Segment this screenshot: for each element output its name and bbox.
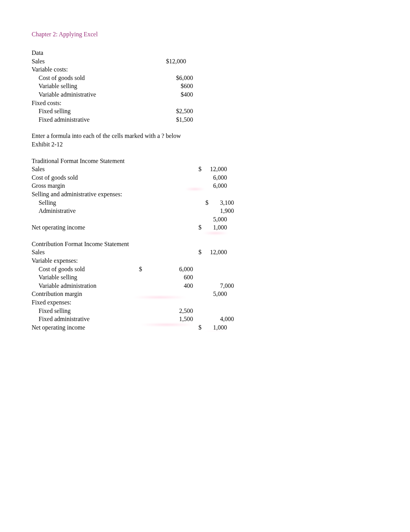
contrib-var-exp-label: Variable expenses:	[32, 257, 132, 265]
data-heading: Data	[32, 49, 132, 57]
contrib-var-selling-value: 600	[151, 273, 193, 282]
data-cogs-label: Cost of goods sold	[32, 74, 139, 82]
data-sales-label: Sales	[32, 57, 132, 66]
trad-gross-margin-value: 6,000	[204, 182, 227, 190]
trad-sae-total-value: 5,000	[204, 215, 227, 224]
contrib-sales-label: Sales	[32, 248, 132, 257]
traditional-heading: Traditional Format Income Statement	[32, 157, 186, 165]
trad-selling-currency: $	[193, 199, 211, 207]
data-var-selling-label: Variable selling	[32, 82, 139, 90]
contrib-sales-currency: $	[186, 248, 204, 257]
contrib-noi-currency: $	[186, 323, 204, 332]
data-cogs-value: $6,000	[139, 74, 193, 82]
trad-sales-label: Sales	[32, 165, 132, 173]
trad-sales-value: 12,000	[204, 165, 227, 173]
data-var-admin-label: Variable administrative	[32, 90, 139, 99]
contrib-var-admin-label: Variable administration	[32, 282, 139, 290]
trad-cogs-value: 6,000	[204, 173, 227, 182]
contrib-cogs-currency: $	[139, 265, 151, 274]
document-page: Chapter 2: Applying Excel Data Sales $12…	[0, 0, 279, 331]
contrib-sales-value: 12,000	[204, 248, 227, 257]
trad-sae-label: Selling and administrative expenses:	[32, 190, 186, 199]
data-sales-value: $12,000	[132, 57, 186, 66]
contrib-cm-value: 5,000	[204, 290, 227, 298]
instruction-line-1: Enter a formula into each of the cells m…	[32, 132, 181, 140]
data-var-selling-value: $600	[139, 82, 193, 90]
chapter-title: Chapter 2: Applying Excel	[32, 31, 279, 38]
trad-noi-label: Net operating income	[32, 223, 132, 232]
contrib-cm-label: Contribution margin	[32, 290, 132, 298]
data-var-admin-value: $400	[139, 90, 193, 99]
data-fixed-selling-value: $2,500	[139, 107, 193, 116]
contrib-var-selling-label: Variable selling	[32, 273, 139, 282]
trad-selling-label: Selling	[32, 199, 139, 207]
trad-admin-value: 1,900	[211, 207, 234, 215]
trad-gross-margin-label: Gross margin	[32, 182, 132, 190]
contrib-var-admin-value: 400	[151, 282, 193, 290]
data-fixed-admin-value: $1,500	[139, 116, 193, 124]
data-fixed-selling-label: Fixed selling	[32, 107, 139, 116]
contrib-fixed-selling-value: 2,500	[151, 307, 193, 315]
contrib-cogs-value: 6,000	[151, 265, 193, 274]
trad-noi-currency: $	[186, 223, 204, 232]
trad-sales-currency: $	[186, 165, 204, 173]
trad-admin-label: Administrative	[32, 207, 139, 215]
contribution-heading: Contribution Format Income Statement	[32, 240, 186, 248]
contrib-fixed-total-value: 4,000	[211, 315, 234, 323]
contrib-noi-label: Net operating income	[32, 323, 132, 332]
data-fixed-admin-label: Fixed administrative	[32, 116, 139, 124]
contrib-fixed-exp-label: Fixed expenses:	[32, 298, 132, 307]
contrib-fixed-selling-label: Fixed selling	[32, 307, 139, 315]
contrib-cogs-label: Cost of goods sold	[32, 265, 139, 274]
trad-cogs-label: Cost of goods sold	[32, 173, 132, 182]
trad-noi-value: 1,000	[204, 223, 227, 232]
data-variable-costs-label: Variable costs:	[32, 65, 132, 74]
data-fixed-costs-label: Fixed costs:	[32, 99, 132, 107]
contrib-var-total-value: 7,000	[211, 282, 234, 290]
instruction-line-2: Exhibit 2-12	[32, 140, 63, 149]
contrib-fixed-admin-value: 1,500	[151, 315, 193, 323]
trad-selling-value: 3,100	[211, 199, 234, 207]
contrib-noi-value: 1,000	[204, 323, 227, 332]
contrib-fixed-admin-label: Fixed administrative	[32, 315, 139, 323]
